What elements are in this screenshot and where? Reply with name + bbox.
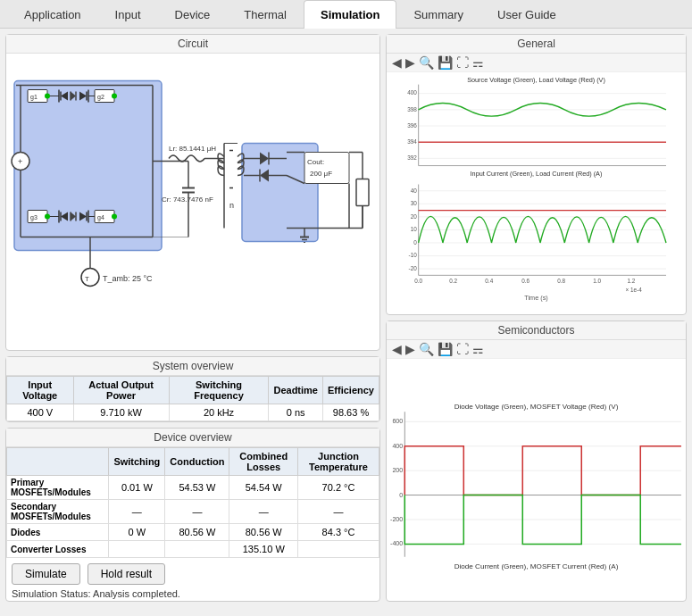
- table-row: 400 V 9.710 kW 20 kHz 0 ns 98.63 %: [7, 404, 379, 421]
- svg-text:Diode Current (Green), MOSFET : Diode Current (Green), MOSFET Current (R…: [454, 562, 619, 570]
- svg-text:g1: g1: [30, 94, 38, 101]
- svg-point-17: [45, 94, 50, 99]
- cell-diodes-conduction: 80.56 W: [165, 524, 229, 541]
- svg-rect-73: [356, 179, 369, 206]
- tab-simulation[interactable]: Simulation: [304, 0, 396, 29]
- cell-primary-combined: 54.54 W: [229, 476, 298, 500]
- hold-result-button[interactable]: Hold result: [88, 563, 165, 585]
- svg-text:g3: g3: [30, 214, 38, 221]
- cell-secondary-label: Secondary MOSFETs/Modules: [7, 500, 109, 524]
- circuit-content: g1 g2: [6, 54, 379, 349]
- table-row: Secondary MOSFETs/Modules — — — —: [7, 500, 379, 524]
- svg-text:Diode Voltage (Green), MOSFET : Diode Voltage (Green), MOSFET Voltage (R…: [454, 403, 619, 411]
- cell-input-voltage: 400 V: [7, 404, 74, 421]
- col-header-switching-freq: Switching Frequency: [169, 377, 269, 404]
- cell-converter-combined: 135.10 W: [229, 541, 298, 558]
- svg-text:200: 200: [392, 467, 403, 474]
- semi-zoom-icon[interactable]: 🔍: [419, 342, 434, 356]
- tab-summary[interactable]: Summary: [396, 0, 480, 29]
- semi-nav-right-icon[interactable]: ▶: [405, 342, 415, 356]
- svg-text:Time (s): Time (s): [524, 294, 547, 302]
- settings-icon[interactable]: ⚎: [472, 55, 484, 70]
- system-overview-table: Input Voltage Actual Output Power Switch…: [6, 376, 379, 421]
- svg-text:0.0: 0.0: [414, 278, 422, 284]
- svg-text:T_amb: 25 °C: T_amb: 25 °C: [103, 274, 153, 283]
- svg-text:0.6: 0.6: [521, 278, 529, 284]
- svg-text:394: 394: [407, 138, 417, 145]
- svg-text:Cr: 743.7476 nF: Cr: 743.7476 nF: [162, 196, 213, 204]
- semi-zoom-fit-icon[interactable]: ⛶: [456, 342, 469, 356]
- col-header-conduction: Conduction: [165, 448, 229, 476]
- svg-text:n: n: [229, 201, 234, 210]
- svg-point-81: [81, 269, 99, 287]
- cell-converter-junction: [298, 541, 379, 558]
- general-title: General: [387, 35, 686, 54]
- zoom-icon[interactable]: 🔍: [419, 55, 434, 70]
- cell-diodes-switching: 0 W: [109, 524, 165, 541]
- svg-text:Input Current (Green), Load Cu: Input Current (Green), Load Current (Red…: [471, 170, 603, 178]
- semi-settings-icon[interactable]: ⚎: [472, 342, 484, 356]
- svg-text:200 μF: 200 μF: [310, 170, 332, 178]
- cell-diodes-label: Diodes: [7, 524, 109, 541]
- svg-point-37: [112, 214, 117, 220]
- nav-right-icon[interactable]: ▶: [405, 55, 415, 70]
- svg-rect-0: [14, 81, 162, 251]
- svg-text:600: 600: [392, 418, 403, 425]
- tab-device[interactable]: Device: [158, 0, 228, 29]
- nav-left-icon[interactable]: ◀: [392, 55, 402, 70]
- svg-text:1.0: 1.0: [593, 278, 601, 284]
- cell-primary-label: Primary MOSFETs/Modules: [7, 476, 109, 500]
- cell-primary-switching: 0.01 W: [109, 476, 165, 500]
- cell-output-power: 9.710 kW: [73, 404, 169, 421]
- svg-text:0: 0: [399, 492, 403, 499]
- general-chart-content: Source Voltage (Green), Load Voltage (Re…: [387, 72, 686, 332]
- svg-text:400: 400: [407, 89, 417, 96]
- svg-text:20: 20: [411, 213, 418, 220]
- device-overview-title: Device overview: [6, 429, 379, 447]
- svg-text:-10: -10: [409, 252, 418, 258]
- tab-thermal[interactable]: Thermal: [227, 0, 304, 29]
- col-header-input-voltage: Input Voltage: [7, 377, 74, 404]
- zoom-fit-icon[interactable]: ⛶: [456, 55, 469, 70]
- main-content: Circuit g1: [0, 29, 692, 607]
- cell-diodes-combined: 80.56 W: [229, 524, 298, 541]
- svg-text:-400: -400: [390, 540, 403, 547]
- svg-text:0.2: 0.2: [449, 278, 457, 284]
- semi-nav-left-icon[interactable]: ◀: [392, 342, 402, 356]
- left-panel: Circuit g1: [5, 34, 380, 602]
- general-chart-svg: Source Voltage (Green), Load Voltage (Re…: [387, 72, 686, 332]
- svg-text:-20: -20: [409, 265, 418, 271]
- svg-text:Source Voltage (Green), Load V: Source Voltage (Green), Load Voltage (Re…: [467, 76, 605, 84]
- cell-converter-switching: [109, 541, 165, 558]
- svg-text:-200: -200: [390, 516, 403, 523]
- svg-text:Cout:: Cout:: [307, 158, 324, 166]
- semi-chart-content: Diode Voltage (Green), MOSFET Voltage (R…: [387, 359, 686, 616]
- semiconductors-panel: Semiconductors ◀ ▶ 🔍 💾 ⛶ ⚎ Diode Voltage…: [386, 320, 687, 602]
- save-icon[interactable]: 💾: [438, 55, 453, 70]
- semi-save-icon[interactable]: 💾: [438, 342, 453, 356]
- tab-userguide[interactable]: User Guide: [480, 0, 573, 29]
- simulate-button[interactable]: Simulate: [12, 563, 80, 585]
- tab-input[interactable]: Input: [98, 0, 158, 29]
- cell-converter-label: Converter Losses: [7, 541, 109, 558]
- svg-point-18: [112, 94, 117, 99]
- col-header-switching: Switching: [109, 448, 165, 476]
- system-overview-panel: System overview Input Voltage Actual Out…: [5, 356, 380, 422]
- cell-switching-freq: 20 kHz: [169, 404, 269, 421]
- device-overview-panel: Device overview Switching Conduction Com…: [5, 428, 380, 602]
- svg-text:+: +: [18, 157, 22, 166]
- table-row: Diodes 0 W 80.56 W 80.56 W 84.3 °C: [7, 524, 379, 541]
- cell-primary-junction: 70.2 °C: [298, 476, 379, 500]
- tab-application[interactable]: Application: [7, 0, 98, 29]
- svg-text:1.2: 1.2: [627, 278, 635, 284]
- semi-chart-svg: Diode Voltage (Green), MOSFET Voltage (R…: [387, 359, 686, 616]
- col-header-efficiency: Efficiency: [323, 377, 379, 404]
- cell-diodes-junction: 84.3 °C: [298, 524, 379, 541]
- col-header-deadtime: Deadtime: [269, 377, 323, 404]
- cell-deadtime: 0 ns: [269, 404, 323, 421]
- circuit-diagram: g1 g2: [10, 57, 376, 345]
- cell-secondary-combined: —: [229, 500, 298, 524]
- svg-text:0: 0: [413, 239, 417, 246]
- cell-primary-conduction: 54.53 W: [165, 476, 229, 500]
- circuit-title: Circuit: [6, 35, 379, 54]
